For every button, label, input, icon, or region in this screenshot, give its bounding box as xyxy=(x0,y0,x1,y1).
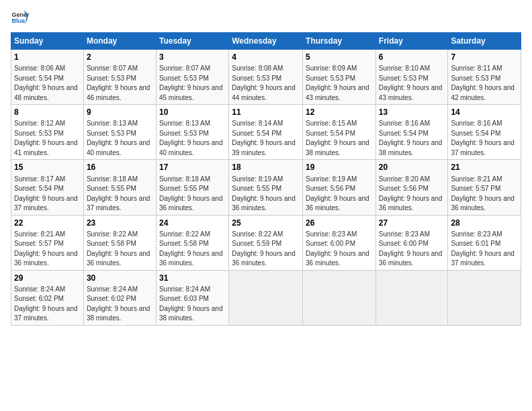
week-row-5: 29 Sunrise: 8:24 AMSunset: 6:02 PMDaylig… xyxy=(11,270,521,325)
svg-text:Blue: Blue xyxy=(11,17,25,24)
day-number: 9 xyxy=(87,107,153,118)
day-cell xyxy=(375,270,448,325)
day-info: Sunrise: 8:16 AMSunset: 5:54 PMDaylight:… xyxy=(379,120,443,156)
day-number: 12 xyxy=(306,107,373,118)
day-number: 31 xyxy=(159,273,226,283)
day-info: Sunrise: 8:14 AMSunset: 5:54 PMDaylight:… xyxy=(232,120,296,156)
day-cell xyxy=(303,270,376,325)
day-cell: 28 Sunrise: 8:23 AMSunset: 6:01 PMDaylig… xyxy=(448,215,521,270)
day-cell xyxy=(229,270,303,325)
day-info: Sunrise: 8:08 AMSunset: 5:53 PMDaylight:… xyxy=(232,64,296,101)
day-number: 22 xyxy=(14,218,81,228)
page-container: General Blue SundayMondayTuesdayWednesda… xyxy=(0,0,532,331)
day-cell: 21 Sunrise: 8:21 AMSunset: 5:57 PMDaylig… xyxy=(448,160,521,215)
day-cell: 31 Sunrise: 8:24 AMSunset: 6:03 PMDaylig… xyxy=(156,270,228,325)
day-number: 11 xyxy=(232,107,300,118)
week-row-2: 8 Sunrise: 8:12 AMSunset: 5:53 PMDayligh… xyxy=(11,105,521,160)
col-header-wednesday: Wednesday xyxy=(229,33,303,50)
col-header-sunday: Sunday xyxy=(11,33,84,50)
day-info: Sunrise: 8:23 AMSunset: 6:00 PMDaylight:… xyxy=(306,230,369,267)
day-number: 23 xyxy=(87,218,153,228)
day-cell: 13 Sunrise: 8:16 AMSunset: 5:54 PMDaylig… xyxy=(375,105,448,160)
day-cell: 18 Sunrise: 8:19 AMSunset: 5:55 PMDaylig… xyxy=(229,160,303,215)
day-number: 28 xyxy=(451,218,518,228)
day-cell xyxy=(448,270,521,325)
logo-icon: General Blue xyxy=(11,8,30,27)
day-info: Sunrise: 8:13 AMSunset: 5:53 PMDaylight:… xyxy=(87,120,150,156)
day-number: 27 xyxy=(379,218,445,228)
day-cell: 29 Sunrise: 8:24 AMSunset: 6:02 PMDaylig… xyxy=(11,270,84,325)
day-info: Sunrise: 8:24 AMSunset: 6:02 PMDaylight:… xyxy=(14,285,78,322)
day-cell: 24 Sunrise: 8:22 AMSunset: 5:58 PMDaylig… xyxy=(156,215,228,270)
day-cell: 26 Sunrise: 8:23 AMSunset: 6:00 PMDaylig… xyxy=(303,215,376,270)
day-info: Sunrise: 8:10 AMSunset: 5:53 PMDaylight:… xyxy=(379,64,443,101)
day-info: Sunrise: 8:21 AMSunset: 5:57 PMDaylight:… xyxy=(451,175,515,212)
day-number: 19 xyxy=(306,162,373,173)
day-cell: 30 Sunrise: 8:24 AMSunset: 6:02 PMDaylig… xyxy=(83,270,156,325)
day-cell: 27 Sunrise: 8:23 AMSunset: 6:00 PMDaylig… xyxy=(375,215,448,270)
col-header-tuesday: Tuesday xyxy=(156,33,228,50)
day-number: 21 xyxy=(451,162,518,173)
day-number: 17 xyxy=(159,162,226,173)
week-row-4: 22 Sunrise: 8:21 AMSunset: 5:57 PMDaylig… xyxy=(11,215,521,270)
day-cell: 15 Sunrise: 8:17 AMSunset: 5:54 PMDaylig… xyxy=(11,160,84,215)
day-info: Sunrise: 8:18 AMSunset: 5:55 PMDaylight:… xyxy=(159,175,223,212)
day-number: 15 xyxy=(14,162,81,173)
day-number: 24 xyxy=(159,218,226,228)
calendar-table: SundayMondayTuesdayWednesdayThursdayFrid… xyxy=(11,32,521,326)
day-info: Sunrise: 8:19 AMSunset: 5:56 PMDaylight:… xyxy=(306,175,369,212)
day-number: 13 xyxy=(379,107,445,118)
day-info: Sunrise: 8:22 AMSunset: 5:58 PMDaylight:… xyxy=(159,230,223,267)
day-number: 20 xyxy=(379,162,445,173)
day-info: Sunrise: 8:24 AMSunset: 6:03 PMDaylight:… xyxy=(159,285,223,322)
day-cell: 20 Sunrise: 8:20 AMSunset: 5:56 PMDaylig… xyxy=(375,160,448,215)
day-info: Sunrise: 8:12 AMSunset: 5:53 PMDaylight:… xyxy=(14,120,78,156)
day-cell: 9 Sunrise: 8:13 AMSunset: 5:53 PMDayligh… xyxy=(83,105,156,160)
day-number: 14 xyxy=(451,107,518,118)
day-cell: 10 Sunrise: 8:13 AMSunset: 5:53 PMDaylig… xyxy=(156,105,228,160)
day-cell: 12 Sunrise: 8:15 AMSunset: 5:54 PMDaylig… xyxy=(303,105,376,160)
col-header-monday: Monday xyxy=(83,33,156,50)
day-info: Sunrise: 8:18 AMSunset: 5:55 PMDaylight:… xyxy=(87,175,150,212)
week-row-1: 1 Sunrise: 8:06 AMSunset: 5:54 PMDayligh… xyxy=(11,50,521,105)
day-number: 2 xyxy=(87,52,153,62)
day-cell: 7 Sunrise: 8:11 AMSunset: 5:53 PMDayligh… xyxy=(448,50,521,105)
day-cell: 19 Sunrise: 8:19 AMSunset: 5:56 PMDaylig… xyxy=(303,160,376,215)
day-number: 10 xyxy=(159,107,226,118)
day-number: 18 xyxy=(232,162,300,173)
day-info: Sunrise: 8:19 AMSunset: 5:55 PMDaylight:… xyxy=(232,175,296,212)
day-number: 26 xyxy=(306,218,373,228)
day-cell: 22 Sunrise: 8:21 AMSunset: 5:57 PMDaylig… xyxy=(11,215,84,270)
day-number: 5 xyxy=(306,52,373,62)
day-number: 16 xyxy=(87,162,153,173)
day-info: Sunrise: 8:17 AMSunset: 5:54 PMDaylight:… xyxy=(14,175,78,212)
day-info: Sunrise: 8:09 AMSunset: 5:53 PMDaylight:… xyxy=(306,64,369,101)
day-info: Sunrise: 8:20 AMSunset: 5:56 PMDaylight:… xyxy=(379,175,443,212)
day-cell: 17 Sunrise: 8:18 AMSunset: 5:55 PMDaylig… xyxy=(156,160,228,215)
day-cell: 5 Sunrise: 8:09 AMSunset: 5:53 PMDayligh… xyxy=(303,50,376,105)
day-number: 1 xyxy=(14,52,81,62)
day-info: Sunrise: 8:13 AMSunset: 5:53 PMDaylight:… xyxy=(159,120,223,156)
header-row: SundayMondayTuesdayWednesdayThursdayFrid… xyxy=(11,33,521,50)
day-number: 7 xyxy=(451,52,518,62)
day-cell: 3 Sunrise: 8:07 AMSunset: 5:53 PMDayligh… xyxy=(156,50,228,105)
day-cell: 8 Sunrise: 8:12 AMSunset: 5:53 PMDayligh… xyxy=(11,105,84,160)
day-number: 3 xyxy=(159,52,226,62)
day-cell: 11 Sunrise: 8:14 AMSunset: 5:54 PMDaylig… xyxy=(229,105,303,160)
day-info: Sunrise: 8:16 AMSunset: 5:54 PMDaylight:… xyxy=(451,120,515,156)
day-info: Sunrise: 8:11 AMSunset: 5:53 PMDaylight:… xyxy=(451,64,515,101)
col-header-friday: Friday xyxy=(375,33,448,50)
day-info: Sunrise: 8:21 AMSunset: 5:57 PMDaylight:… xyxy=(14,230,78,267)
day-number: 29 xyxy=(14,273,81,283)
col-header-thursday: Thursday xyxy=(303,33,376,50)
day-cell: 25 Sunrise: 8:22 AMSunset: 5:59 PMDaylig… xyxy=(229,215,303,270)
day-info: Sunrise: 8:23 AMSunset: 6:01 PMDaylight:… xyxy=(451,230,515,267)
day-info: Sunrise: 8:22 AMSunset: 5:58 PMDaylight:… xyxy=(87,230,150,267)
day-cell: 16 Sunrise: 8:18 AMSunset: 5:55 PMDaylig… xyxy=(83,160,156,215)
day-info: Sunrise: 8:24 AMSunset: 6:02 PMDaylight:… xyxy=(87,285,150,322)
header: General Blue xyxy=(11,8,521,27)
day-number: 8 xyxy=(14,107,81,118)
day-cell: 23 Sunrise: 8:22 AMSunset: 5:58 PMDaylig… xyxy=(83,215,156,270)
day-info: Sunrise: 8:06 AMSunset: 5:54 PMDaylight:… xyxy=(14,64,78,101)
day-number: 6 xyxy=(379,52,445,62)
